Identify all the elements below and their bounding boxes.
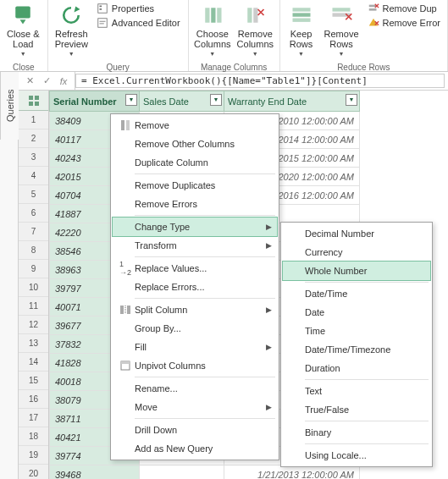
row-number[interactable]: 1 [19,111,48,129]
advanced-editor-button[interactable]: Advanced Editor [93,16,184,30]
menu-move[interactable]: Move▶ [113,398,277,416]
choose-columns-button[interactable]: ChooseColumns ▼ [192,2,234,61]
row-number[interactable]: 6 [19,204,48,223]
type-boolean[interactable]: True/False [283,400,430,419]
row-number[interactable]: 2 [19,129,48,148]
type-binary[interactable]: Binary [283,423,430,442]
svg-rect-0 [16,7,31,19]
svg-rect-10 [292,8,310,11]
row-number[interactable]: 8 [19,241,48,260]
menu-remove[interactable]: Remove [113,116,277,135]
row-number[interactable]: 4 [19,167,48,185]
type-locale[interactable]: Using Locale... [283,446,430,465]
type-decimal[interactable]: Decimal Number [283,224,430,243]
remove-rows-icon [329,3,353,27]
menu-change-type[interactable]: Change Type▶ [113,217,277,236]
type-date[interactable]: Date [283,303,430,322]
svg-rect-18 [35,96,39,100]
properties-label: Properties [112,3,154,14]
filter-dropdown-icon[interactable]: ▼ [346,94,357,106]
svg-rect-20 [35,102,39,106]
menu-replace-errors[interactable]: Replace Errors... [113,278,277,296]
ribbon-group-label: Reduce Rows [284,61,444,74]
formula-bar: ✕ ✓ fx [0,72,448,91]
svg-rect-24 [127,306,130,314]
cell-serial[interactable]: 39468 [50,465,140,480]
svg-rect-23 [120,306,124,314]
row-number[interactable]: 9 [19,260,48,278]
properties-icon [97,3,108,14]
remove-err-icon [368,17,379,29]
refresh-preview-button[interactable]: RefreshPreview ▼ [52,2,91,61]
table-corner[interactable] [19,91,48,111]
cancel-formula-icon[interactable]: ✕ [24,75,36,86]
dropdown-arrow-icon: ▼ [69,49,75,59]
row-number[interactable]: 16 [19,390,48,409]
row-number[interactable]: 15 [19,372,48,390]
row-number-column: 1234567891011121314151617181920 [19,91,49,479]
fx-icon[interactable]: fx [58,76,69,86]
remove-columns-button[interactable]: RemoveColumns ▼ [235,2,276,61]
row-number[interactable]: 10 [19,278,48,297]
row-number[interactable]: 19 [19,446,48,465]
choose-col-label: ChooseColumns [194,29,230,49]
row-number[interactable]: 11 [19,297,48,316]
header-label: Sales Date [143,96,189,107]
row-number[interactable]: 20 [19,465,48,479]
keep-rows-button[interactable]: KeepRows ▼ [284,2,319,61]
svg-rect-19 [29,102,33,106]
formula-controls: ✕ ✓ fx [19,72,75,90]
remove-column-icon [116,118,135,132]
menu-remove-duplicates[interactable]: Remove Duplicates [113,176,277,195]
row-number[interactable]: 17 [19,409,48,427]
remove-err-label: Remove Error [383,18,440,28]
menu-remove-errors[interactable]: Remove Errors [113,195,277,213]
svg-rect-13 [333,8,351,11]
type-time[interactable]: Time [283,322,430,340]
svg-rect-21 [121,120,124,130]
refresh-icon [59,3,83,27]
remove-rows-button[interactable]: RemoveRows ▼ [321,2,362,61]
menu-drill-down[interactable]: Drill Down [113,421,277,439]
filter-dropdown-icon[interactable]: ▼ [125,94,137,106]
svg-rect-3 [99,8,102,10]
row-number[interactable]: 13 [19,334,48,353]
menu-fill[interactable]: Fill▶ [113,338,277,356]
menu-transform[interactable]: Transform▶ [113,236,277,255]
type-whole-number[interactable]: Whole Number [283,262,430,280]
remove-duplicates-button[interactable]: Remove Dup [364,2,444,15]
menu-group-by[interactable]: Group By... [113,319,277,338]
change-type-submenu: Decimal Number Currency Whole Number Dat… [280,222,433,467]
menu-rename[interactable]: Rename... [113,379,277,398]
close-and-load-button[interactable]: Close &Load ▼ [3,2,43,61]
row-number[interactable]: 3 [19,148,48,167]
menu-duplicate-column[interactable]: Duplicate Column [113,153,277,172]
menu-remove-other[interactable]: Remove Other Columns [113,135,277,153]
row-number[interactable]: 12 [19,316,48,334]
filter-dropdown-icon[interactable]: ▼ [210,94,222,106]
remove-errors-button[interactable]: Remove Error [364,16,444,30]
row-number[interactable]: 5 [19,185,48,204]
menu-unpivot[interactable]: Unpivot Columns [113,356,277,375]
menu-split-column[interactable]: Split Column▶ [113,300,277,319]
dropdown-arrow-icon: ▼ [298,49,304,59]
menu-add-new-query[interactable]: Add as New Query [113,439,277,458]
type-duration[interactable]: Duration [283,359,430,377]
type-dtz[interactable]: Date/Time/Timezone [283,340,430,359]
formula-input[interactable] [75,74,445,88]
accept-formula-icon[interactable]: ✓ [41,75,53,86]
properties-button[interactable]: Properties [93,2,184,15]
type-datetime[interactable]: Date/Time [283,284,430,303]
column-header-serial[interactable]: Serial Number ▼ [50,91,140,112]
cell-sales-date[interactable] [140,465,224,480]
row-number[interactable]: 18 [19,427,48,446]
type-text[interactable]: Text [283,382,430,400]
row-number[interactable]: 14 [19,353,48,372]
row-number[interactable]: 7 [19,223,48,241]
column-header-warranty[interactable]: Warranty End Date ▼ [224,91,360,112]
adv-editor-label: Advanced Editor [112,18,180,28]
menu-replace-values[interactable]: 1→2Replace Values... [113,259,277,278]
column-header-sales-date[interactable]: Sales Date ▼ [140,91,224,112]
queries-panel-tab[interactable]: Queries [0,72,19,140]
type-currency[interactable]: Currency [283,243,430,262]
